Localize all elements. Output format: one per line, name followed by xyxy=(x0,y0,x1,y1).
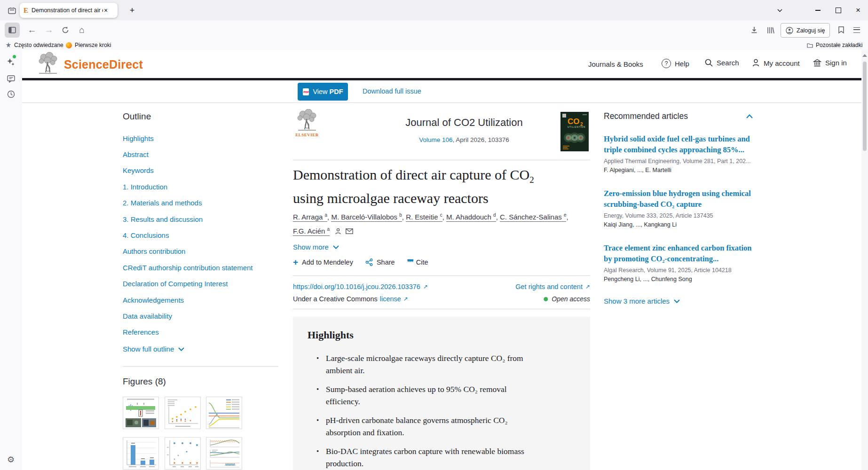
page-content: ScienceDirect Journals & Books ? Help Se… xyxy=(22,50,861,470)
show-more-authors[interactable]: Show more xyxy=(293,243,339,251)
bookmark-frequent-sites[interactable]: Często odwiedzane xyxy=(6,41,63,49)
nav-search[interactable]: Search xyxy=(705,59,739,67)
outline-link-credit[interactable]: CRediT authorship contribution statement xyxy=(123,264,253,272)
library-icon[interactable] xyxy=(764,23,778,38)
svg-text:CO: CO xyxy=(568,117,580,126)
recommended-panel: Recommended articles Hybrid solid oxide … xyxy=(604,111,753,305)
nav-journals-books[interactable]: Journals & Books xyxy=(588,60,643,68)
figure-thumbnail-4[interactable] xyxy=(123,437,159,470)
show-more-articles[interactable]: Show 3 more articles xyxy=(604,297,753,305)
extensions-icon[interactable] xyxy=(834,23,848,38)
rights-link[interactable]: Get rights and content xyxy=(515,283,583,290)
window-minimize-button[interactable] xyxy=(810,4,826,17)
chevron-down-icon xyxy=(178,347,184,351)
recommended-article-link[interactable]: Zero-emission blue hydrogen using chemic… xyxy=(604,188,753,210)
author-link[interactable]: R. Arraga a xyxy=(293,213,327,222)
sciencedirect-wordmark[interactable]: ScienceDirect xyxy=(64,58,143,71)
figure-thumbnail-6[interactable] xyxy=(206,437,242,470)
settings-gear-icon[interactable]: ⚙ xyxy=(4,453,18,467)
figure-thumbnail-1[interactable] xyxy=(123,397,159,429)
outline-link-abstract[interactable]: Abstract xyxy=(123,150,149,158)
login-button[interactable]: Zaloguj się xyxy=(781,23,830,38)
scrollbar-thumb[interactable] xyxy=(863,62,867,151)
nav-help[interactable]: ? Help xyxy=(662,59,689,68)
scrollbar-up-arrow[interactable] xyxy=(862,54,867,57)
author-link-corresponding[interactable]: F.G. Acién a xyxy=(293,227,330,236)
outline-link-keywords[interactable]: Keywords xyxy=(123,166,154,174)
volume-link[interactable]: Volume 106 xyxy=(419,136,452,143)
window-close-button[interactable]: × xyxy=(850,4,866,17)
nav-my-account[interactable]: My account xyxy=(752,59,800,67)
doi-link[interactable]: https://doi.org/10.1016/j.jcou.2026.1033… xyxy=(293,283,420,290)
journal-title[interactable]: Journal of CO2 Utilization xyxy=(351,117,577,129)
nav-sign-in[interactable]: Sign in xyxy=(813,59,847,67)
view-pdf-button[interactable]: PDF View PDF xyxy=(298,83,348,101)
forward-icon[interactable]: → xyxy=(41,23,56,38)
add-to-mendeley-button[interactable]: + Add to Mendeley xyxy=(293,258,353,266)
highlight-bullet: Large-scale microalgae raceways directly… xyxy=(315,352,539,376)
outline-link-competing-interest[interactable]: Declaration of Competing Interest xyxy=(123,280,228,288)
license-row: Under a Creative Commons license ↗ xyxy=(293,295,408,303)
search-icon xyxy=(705,59,713,67)
outline-link-introduction[interactable]: 1. Introduction xyxy=(123,183,167,191)
journal-cover-image[interactable]: CO 2 UTILIZATION xyxy=(560,112,589,151)
cite-button[interactable]: ❞❞ Cite xyxy=(407,258,428,266)
external-link-icon: ↗ xyxy=(423,283,428,290)
license-link[interactable]: license xyxy=(380,295,401,303)
sidebar-toggle-button[interactable] xyxy=(5,23,20,38)
figure-thumbnail-5[interactable] xyxy=(165,437,201,470)
svg-text:PDF: PDF xyxy=(304,91,309,94)
author-link[interactable]: M. Barceló-Villalobos b xyxy=(331,213,402,222)
outline-link-materials[interactable]: 2. Materials and methods xyxy=(123,199,202,207)
bookmark-getting-started[interactable]: Pierwsze kroki xyxy=(66,41,111,49)
reload-icon[interactable] xyxy=(58,23,73,38)
bookmark-other-folder[interactable]: Pozostałe zakładki xyxy=(807,41,862,49)
window-maximize-button[interactable] xyxy=(830,4,846,17)
outline-link-highlights[interactable]: Highlights xyxy=(123,134,154,142)
outline-link-authors-contribution[interactable]: Authors contribution xyxy=(123,247,185,255)
chat-sidebar-icon[interactable] xyxy=(4,72,18,86)
outline-title: Outline xyxy=(123,111,268,122)
list-tabs-chevron-icon[interactable] xyxy=(775,6,784,15)
share-button[interactable]: Share xyxy=(365,258,395,266)
author-link[interactable]: R. Esteitie c xyxy=(406,213,442,222)
back-icon[interactable]: ← xyxy=(24,23,39,38)
article-title: Demonstration of direct air capture of C… xyxy=(293,165,563,207)
chevron-down-icon xyxy=(333,245,339,249)
author-link[interactable]: M. Ahaddouch d xyxy=(446,213,496,222)
figure-thumbnail-2[interactable] xyxy=(165,397,201,429)
recommended-article-meta: Algal Research, Volume 91, 2025, Article… xyxy=(604,267,753,274)
browser-tab[interactable]: E Demonstration of direct air capt × xyxy=(20,3,118,18)
ai-chat-icon[interactable] xyxy=(4,55,18,69)
cite-quotes-icon: ❞❞ xyxy=(407,258,413,266)
pdf-icon: PDF xyxy=(302,88,309,96)
tab-title: Demonstration of direct air capt xyxy=(32,7,103,14)
browser-sidebar-strip: ⚙ xyxy=(0,50,23,470)
downloads-icon[interactable] xyxy=(747,23,762,38)
tab-close-icon[interactable]: × xyxy=(104,7,108,14)
frequent-sites-icon xyxy=(6,42,11,48)
home-icon[interactable]: ⌂ xyxy=(74,23,89,38)
tools-divider xyxy=(293,275,590,276)
sciencedirect-header: ScienceDirect Journals & Books ? Help Se… xyxy=(22,50,861,78)
recommended-article: Trace element zinc enhanced carbon fixat… xyxy=(604,243,753,282)
figure-thumbnail-3[interactable] xyxy=(206,397,242,429)
show-full-outline[interactable]: Show full outline xyxy=(123,345,268,353)
recommended-article-link[interactable]: Hybrid solid oxide fuel cell-gas turbine… xyxy=(604,133,753,155)
journal-banner-logo[interactable]: ELSEVIER xyxy=(293,109,321,138)
page-scrollbar[interactable] xyxy=(861,50,868,470)
collapse-chevron-up-icon[interactable] xyxy=(746,114,753,118)
outline-link-data-availability[interactable]: Data availability xyxy=(123,312,172,320)
history-clock-icon[interactable] xyxy=(4,87,18,101)
download-full-issue-link[interactable]: Download full issue xyxy=(363,87,421,95)
recommended-article-meta: Energy, Volume 333, 2025, Article 137435 xyxy=(604,212,753,219)
outline-link-conclusions[interactable]: 4. Conclusions xyxy=(123,231,169,239)
outline-link-references[interactable]: References xyxy=(123,328,159,336)
author-link[interactable]: C. Sánchez-Salinas e xyxy=(500,213,566,222)
firefox-view-icon[interactable] xyxy=(6,4,18,16)
outline-link-results[interactable]: 3. Results and discussion xyxy=(123,215,203,223)
menu-hamburger-icon[interactable] xyxy=(849,23,864,38)
recommended-article-link[interactable]: Trace element zinc enhanced carbon fixat… xyxy=(604,243,753,264)
outline-link-acknowledgements[interactable]: Acknowledgements xyxy=(123,296,184,304)
new-tab-button[interactable]: + xyxy=(126,4,138,16)
